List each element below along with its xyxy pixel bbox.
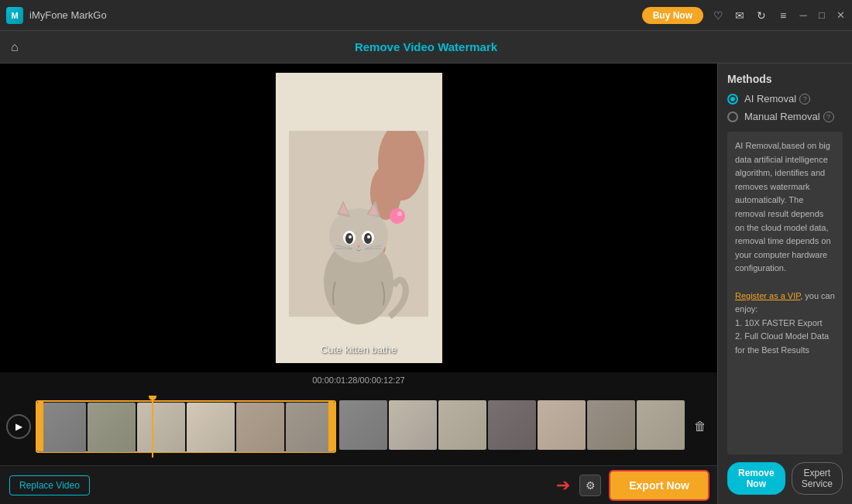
table-row <box>137 403 185 452</box>
table-row <box>587 400 635 450</box>
vip-link[interactable]: Register as a VIP <box>735 291 800 300</box>
table-row <box>488 400 536 450</box>
table-row <box>38 403 86 452</box>
titlebar-left: M iMyFone MarkGo <box>6 7 107 24</box>
table-row <box>88 403 136 452</box>
titlebar-right: Buy Now ♡ ✉ ↻ ≡ ─ □ ✕ <box>642 7 846 24</box>
description-text: AI Removal,based on big data artificial … <box>735 141 831 273</box>
home-icon[interactable]: ⌂ <box>11 40 19 54</box>
refresh-icon[interactable]: ↻ <box>754 9 768 22</box>
delete-icon[interactable]: 🗑 <box>689 414 711 439</box>
manual-removal-radio[interactable]: Manual Removal ? <box>727 111 843 122</box>
video-area: Cute kitten bathe 00:00:01:28/00:00:12:2… <box>0 63 717 504</box>
arrow-indicator: ➔ <box>556 475 570 495</box>
timeline-strip <box>36 400 685 453</box>
vip-benefit-2: 2. Full Cloud Model Data for the Best Re… <box>735 331 829 355</box>
settings-icon[interactable]: ⚙ <box>579 475 601 496</box>
vip-benefit-1: 1. 10X FASTER Export <box>735 318 823 327</box>
ai-removal-label: AI Removal ? <box>744 93 810 105</box>
table-row <box>438 400 486 450</box>
timeline-playhead <box>152 396 153 458</box>
red-arrow-icon: ➔ <box>556 475 570 495</box>
play-button[interactable]: ▶ <box>6 414 31 439</box>
methods-title: Methods <box>727 73 843 85</box>
expert-service-button[interactable]: Expert Service <box>792 462 843 495</box>
app-logo: M <box>6 7 23 24</box>
action-buttons: Remove Now Expert Service <box>727 462 843 495</box>
app-title: iMyFone MarkGo <box>29 9 107 21</box>
svg-point-23 <box>390 208 405 224</box>
table-row <box>637 400 685 450</box>
manual-removal-info-icon[interactable]: ? <box>823 111 834 122</box>
maximize-button[interactable]: □ <box>816 10 827 21</box>
table-row <box>286 403 334 452</box>
titlebar: M iMyFone MarkGo Buy Now ♡ ✉ ↻ ≡ ─ □ ✕ <box>0 0 852 31</box>
table-row <box>538 400 586 450</box>
ai-removal-radio[interactable]: AI Removal ? <box>727 93 843 105</box>
description-box: AI Removal,based on big data artificial … <box>727 132 843 454</box>
user-icon[interactable]: ♡ <box>711 9 725 22</box>
ai-removal-info-icon[interactable]: ? <box>799 94 810 105</box>
menu-icon[interactable]: ≡ <box>776 9 790 22</box>
table-row <box>187 403 235 452</box>
toolbar: ⌂ Remove Video Watermark <box>0 31 852 63</box>
svg-point-17 <box>367 235 370 238</box>
video-frame: Cute kitten bathe <box>276 73 442 363</box>
export-now-button[interactable]: Export Now <box>610 471 708 499</box>
manual-removal-radio-dot <box>727 111 738 122</box>
svg-point-14 <box>345 233 353 244</box>
mail-icon[interactable]: ✉ <box>733 9 747 22</box>
video-watermark-text: Cute kitten bathe <box>321 344 397 355</box>
table-row <box>236 403 284 452</box>
svg-point-16 <box>349 235 352 238</box>
radio-group: AI Removal ? Manual Removal ? <box>727 93 843 122</box>
bottom-bar: Replace Video ➔ ⚙ Export Now <box>0 465 717 504</box>
remove-now-button[interactable]: Remove Now <box>727 462 785 495</box>
close-button[interactable]: ✕ <box>835 10 846 21</box>
right-panel: Methods AI Removal ? Manual Removal ? AI… <box>717 63 852 504</box>
timeline-handle-right[interactable] <box>328 402 335 451</box>
minimize-button[interactable]: ─ <box>798 10 809 21</box>
cat-illustration <box>289 131 428 363</box>
timeline-scroll[interactable] <box>36 396 685 458</box>
table-row <box>339 400 387 450</box>
timeline-handle-left[interactable] <box>37 402 43 451</box>
manual-removal-label: Manual Removal ? <box>744 111 834 122</box>
timeline-area: ▶ <box>0 388 717 465</box>
video-preview: Cute kitten bathe <box>0 63 717 372</box>
svg-point-15 <box>364 233 372 244</box>
main-content: Cute kitten bathe 00:00:01:28/00:00:12:2… <box>0 63 852 504</box>
buy-now-button[interactable]: Buy Now <box>642 7 703 24</box>
page-title: Remove Video Watermark <box>355 40 497 53</box>
svg-point-24 <box>397 211 402 216</box>
video-timecode: 00:00:01:28/00:00:12:27 <box>0 372 717 388</box>
replace-video-button[interactable]: Replace Video <box>9 475 90 495</box>
table-row <box>389 400 437 450</box>
ai-removal-radio-dot <box>727 94 738 105</box>
bottom-right: ➔ ⚙ Export Now <box>556 471 708 499</box>
